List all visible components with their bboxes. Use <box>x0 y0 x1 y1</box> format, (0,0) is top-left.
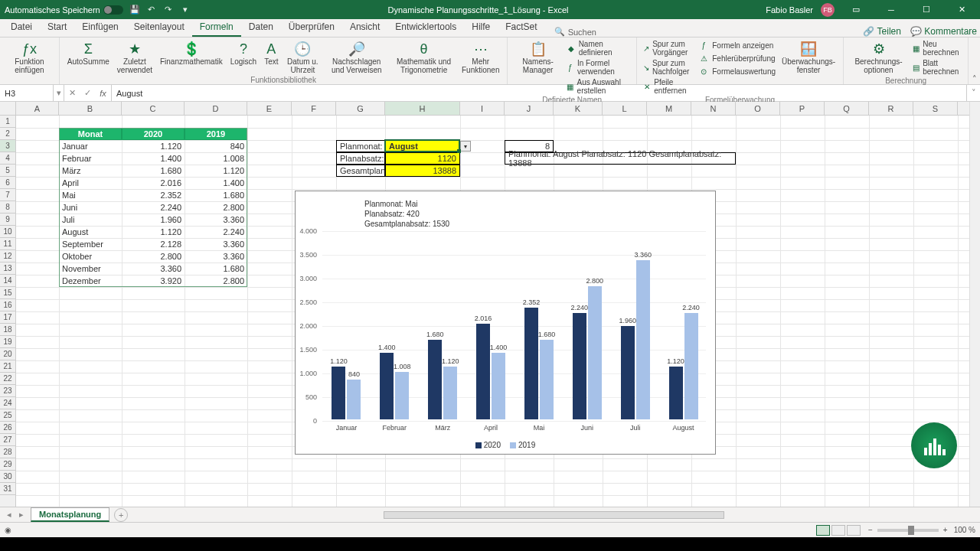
sheet-nav-prev-icon[interactable]: ◂ <box>7 510 11 520</box>
cell-C2[interactable]: 2020 <box>122 128 185 140</box>
col-header-F[interactable]: F <box>292 102 336 115</box>
cell-B7[interactable]: Mai <box>59 189 122 201</box>
row-headers[interactable]: 1234567891011121314151617181920212223242… <box>0 116 16 507</box>
define-name-button[interactable]: ◆Namen definieren <box>565 39 632 57</box>
watch-window-button[interactable]: 🪟Überwachungs-fenster <box>779 39 838 76</box>
menu-tab-start[interactable]: Start <box>40 18 74 37</box>
row-header-22[interactable]: 22 <box>0 373 15 385</box>
row-header-21[interactable]: 21 <box>0 360 15 373</box>
row-header-12[interactable]: 12 <box>0 250 15 262</box>
menu-tab-hilfe[interactable]: Hilfe <box>464 18 498 37</box>
col-header-O[interactable]: O <box>736 102 780 115</box>
col-header-K[interactable]: K <box>554 102 603 115</box>
row-header-18[interactable]: 18 <box>0 324 15 336</box>
cell-D10[interactable]: 2.240 <box>185 226 247 238</box>
cell-G4[interactable]: Planabsatz: <box>336 152 385 165</box>
cell-D11[interactable]: 3.360 <box>185 238 247 250</box>
cell-C3[interactable]: 1.120 <box>122 140 185 152</box>
menu-tab-factset[interactable]: FactSet <box>498 18 544 37</box>
col-header-A[interactable]: A <box>16 102 59 115</box>
search-box[interactable]: 🔍 Suchen <box>554 27 596 37</box>
row-header-6[interactable]: 6 <box>0 177 15 189</box>
trace-dependents-button[interactable]: ↘Spur zum Nachfolger <box>642 58 695 77</box>
col-header-L[interactable]: L <box>603 102 647 115</box>
cell-D7[interactable]: 1.680 <box>185 189 247 201</box>
row-header-2[interactable]: 2 <box>0 128 15 140</box>
col-header-B[interactable]: B <box>59 102 122 115</box>
row-header-17[interactable]: 17 <box>0 311 15 324</box>
close-icon[interactable]: ✕ <box>948 0 975 19</box>
menu-tab-seitenlayout[interactable]: Seitenlayout <box>126 18 192 37</box>
text-button[interactable]: AText <box>261 39 281 67</box>
row-header-26[interactable]: 26 <box>0 422 15 434</box>
cell-C10[interactable]: 1.120 <box>122 226 185 238</box>
qat-customize-icon[interactable]: ▾ <box>180 5 191 15</box>
col-header-D[interactable]: D <box>185 102 247 115</box>
cancel-formula-icon[interactable]: ✕ <box>64 85 80 101</box>
row-header-13[interactable]: 13 <box>0 262 15 275</box>
page-layout-view-button[interactable] <box>831 525 845 536</box>
page-break-view-button[interactable] <box>847 525 861 536</box>
select-all-corner[interactable] <box>0 102 16 116</box>
col-header-R[interactable]: R <box>869 102 913 115</box>
financial-button[interactable]: 💲Finanzmathematik <box>157 39 226 67</box>
row-header-19[interactable]: 19 <box>0 336 15 348</box>
formula-input[interactable]: August <box>112 85 966 101</box>
cell-B9[interactable]: Juli <box>59 214 122 226</box>
logical-button[interactable]: ?Logisch <box>227 39 260 67</box>
sheet-nav-next-icon[interactable]: ▸ <box>19 510 24 520</box>
col-header-Q[interactable]: Q <box>825 102 869 115</box>
chart[interactable]: Planmonat: MaiPlanabsatz: 420Gesamtplana… <box>295 191 716 455</box>
use-in-formula-button[interactable]: ƒIn Formel verwenden <box>565 58 632 77</box>
cell-B8[interactable]: Juni <box>59 201 122 214</box>
datetime-button[interactable]: 🕒Datum u. Uhrzeit <box>283 39 322 76</box>
row-header-7[interactable]: 7 <box>0 189 15 201</box>
cell-B2[interactable]: Monat <box>59 128 122 140</box>
cell-C7[interactable]: 2.352 <box>122 189 185 201</box>
sheet-tab-active[interactable]: Monatsplanung <box>31 507 109 522</box>
row-header-20[interactable]: 20 <box>0 348 15 360</box>
ribbon-collapse-icon[interactable]: ˄ <box>969 37 980 84</box>
autosum-button[interactable]: ΣAutoSumme <box>64 39 113 67</box>
col-header-M[interactable]: M <box>647 102 691 115</box>
name-box[interactable]: H3 <box>0 85 54 101</box>
more-functions-button[interactable]: ⋯Mehr Funktionen <box>459 39 502 76</box>
menu-tab-entwicklertools[interactable]: Entwicklertools <box>387 18 464 37</box>
maximize-icon[interactable]: ☐ <box>913 0 940 19</box>
cell-G3[interactable]: Planmonat: <box>336 140 385 152</box>
cell-D6[interactable]: 1.400 <box>185 177 247 189</box>
cell-D9[interactable]: 3.360 <box>185 214 247 226</box>
dropdown-icon[interactable]: ▾ <box>460 141 471 152</box>
row-header-14[interactable]: 14 <box>0 275 15 287</box>
col-header-N[interactable]: N <box>691 102 736 115</box>
minimize-icon[interactable]: ─ <box>877 0 905 19</box>
cell-B3[interactable]: Januar <box>59 140 122 152</box>
col-header-J[interactable]: J <box>505 102 554 115</box>
eval-formula-button[interactable]: ⊙Formelauswertung <box>697 65 777 77</box>
col-header-H[interactable]: H <box>385 102 460 115</box>
cell-B14[interactable]: Dezember <box>59 275 122 287</box>
calc-sheet-button[interactable]: ▤Blatt berechnen <box>910 58 963 77</box>
cell-D3[interactable]: 840 <box>185 140 247 152</box>
zoom-slider[interactable] <box>877 529 939 532</box>
menu-tab-ansicht[interactable]: Ansicht <box>342 18 387 37</box>
cell-B11[interactable]: September <box>59 238 122 250</box>
col-header-G[interactable]: G <box>336 102 385 115</box>
col-header-E[interactable]: E <box>247 102 292 115</box>
cell-C12[interactable]: 2.800 <box>122 250 185 262</box>
avatar[interactable]: FB <box>821 3 835 17</box>
save-icon[interactable]: 💾 <box>129 5 140 15</box>
cell-C11[interactable]: 2.128 <box>122 238 185 250</box>
row-header-3[interactable]: 3 <box>0 140 15 152</box>
math-button[interactable]: θMathematik und Trigonometrie <box>390 39 457 76</box>
cell-D14[interactable]: 2.800 <box>185 275 247 287</box>
cell-C4[interactable]: 1.400 <box>122 152 185 165</box>
cell-B10[interactable]: August <box>59 226 122 238</box>
show-formulas-button[interactable]: ƒFormeln anzeigen <box>697 39 777 51</box>
fx-icon[interactable]: fx <box>95 85 112 101</box>
cell-D4[interactable]: 1.008 <box>185 152 247 165</box>
formula-expand-icon[interactable]: ˅ <box>966 85 980 101</box>
error-check-button[interactable]: ⚠Fehlerüberprüfung <box>697 52 777 64</box>
cell-C9[interactable]: 1.960 <box>122 214 185 226</box>
cell-D2[interactable]: 2019 <box>185 128 247 140</box>
